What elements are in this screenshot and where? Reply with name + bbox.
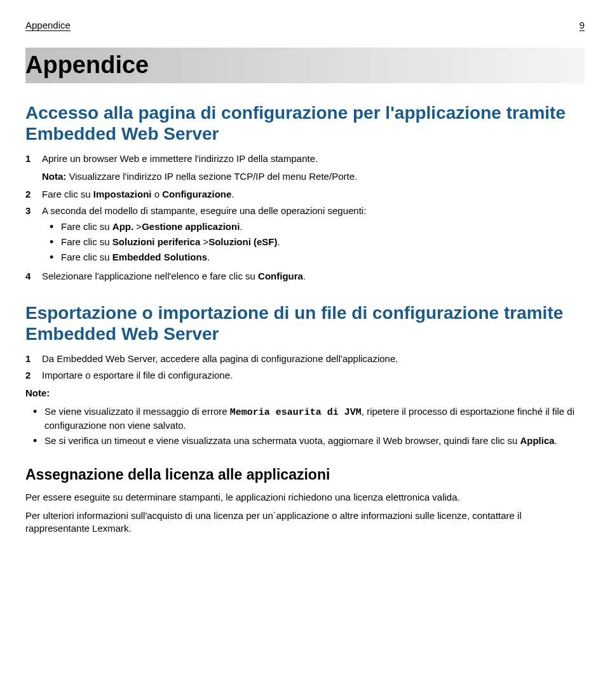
step-number: 3 <box>25 205 42 266</box>
step-text: Da Embedded Web Server, accedere alla pa… <box>42 353 585 365</box>
section-2-heading: Esportazione o importazione di un file d… <box>25 302 585 345</box>
text-bold: Soluzioni periferica <box>112 236 200 247</box>
step-text: Aprire un browser Web e immettere l'indi… <box>42 152 585 165</box>
list-item: Se viene visualizzato il messaggio di er… <box>30 405 585 433</box>
step-number: 2 <box>25 369 42 382</box>
text-bold: Configura <box>258 271 303 281</box>
step-1: 1 Da Embedded Web Server, accedere alla … <box>25 353 585 365</box>
text-fragment: . <box>231 189 234 199</box>
text-fragment: o <box>152 189 163 199</box>
step-text: Selezionare l'applicazione nell'elenco e… <box>42 270 585 283</box>
section-2-steps: 1 Da Embedded Web Server, accedere alla … <box>25 353 585 382</box>
text-bold: App. <box>112 221 133 232</box>
text-bold: Impostazioni <box>93 189 152 199</box>
text-fragment: . <box>207 252 210 262</box>
header-page-number: 9 <box>580 19 585 32</box>
step-1: 1 Aprire un browser Web e immettere l'in… <box>25 152 585 165</box>
error-message-mono: Memoria esaurita di JVM <box>230 407 362 418</box>
text-fragment: Se si verifica un timeout e viene visual… <box>44 435 520 446</box>
step-text: Importare o esportare il file di configu… <box>42 369 585 382</box>
step-2: 2 Importare o esportare il file di confi… <box>25 369 585 382</box>
text-fragment: > <box>133 221 142 232</box>
text-fragment: Fare clic su <box>61 221 112 232</box>
text-fragment: . <box>240 221 242 232</box>
note-text: Visualizzare l'indirizzo IP nella sezion… <box>66 171 357 182</box>
text-fragment: Fare clic su <box>42 189 93 199</box>
step-3: 3 A seconda del modello di stampante, es… <box>25 205 585 266</box>
text-fragment: . <box>278 236 280 247</box>
text-fragment: A seconda del modello di stampante, eseg… <box>42 205 366 216</box>
step-4: 4 Selezionare l'applicazione nell'elenco… <box>25 270 585 283</box>
step-number: 2 <box>25 188 42 201</box>
section-3-heading: Assegnazione della licenza alle applicaz… <box>25 465 585 485</box>
list-item: Se si verifica un timeout e viene visual… <box>30 434 585 447</box>
list-item: Fare clic su Soluzioni periferica >Soluz… <box>47 236 585 248</box>
step-text: A seconda del modello di stampante, eseg… <box>42 205 585 266</box>
list-item: Fare clic su Embedded Solutions. <box>47 251 585 264</box>
section-1-heading: Accesso alla pagina di configurazione pe… <box>25 102 585 145</box>
step-3-bullets: Fare clic su App. >Gestione applicazioni… <box>47 220 585 264</box>
text-bold: Embedded Solutions <box>112 252 207 262</box>
page-header: Appendice 9 <box>25 19 585 32</box>
step-number: 1 <box>25 353 42 365</box>
text-fragment: . <box>303 271 306 281</box>
notes-label: Note: <box>25 387 585 400</box>
section-1-steps: 1 Aprire un browser Web e immettere l'in… <box>25 152 585 283</box>
section-2-notes: Se viene visualizzato il messaggio di er… <box>30 405 585 448</box>
text-bold: Gestione applicazioni <box>142 221 240 232</box>
text-bold: Soluzioni (eSF) <box>208 236 277 247</box>
text-fragment: Selezionare l'applicazione nell'elenco e… <box>42 271 258 281</box>
step-text: Fare clic su Impostazioni o Configurazio… <box>42 188 585 201</box>
note-label: Nota: <box>42 171 66 182</box>
text-fragment: Fare clic su <box>61 252 112 262</box>
step-2: 2 Fare clic su Impostazioni o Configuraz… <box>25 188 585 201</box>
text-fragment: Fare clic su <box>61 236 112 247</box>
header-left: Appendice <box>25 19 71 32</box>
section-3-para-1: Per essere eseguite su determinare stamp… <box>25 491 585 504</box>
step-number: 4 <box>25 270 42 283</box>
text-fragment: Se viene visualizzato il messaggio di er… <box>44 406 230 417</box>
text-fragment: . <box>555 435 557 446</box>
text-bold: Configurazione <box>162 189 231 199</box>
list-item: Fare clic su App. >Gestione applicazioni… <box>47 220 585 233</box>
section-3-para-2: Per ulteriori informazioni sull'acquisto… <box>25 509 585 535</box>
text-fragment: > <box>200 236 208 247</box>
step-number: 1 <box>25 152 42 165</box>
page-title: Appendice <box>25 48 585 83</box>
text-bold: Applica <box>520 435 554 446</box>
note-block: Nota: Visualizzare l'indirizzo IP nella … <box>42 170 585 183</box>
